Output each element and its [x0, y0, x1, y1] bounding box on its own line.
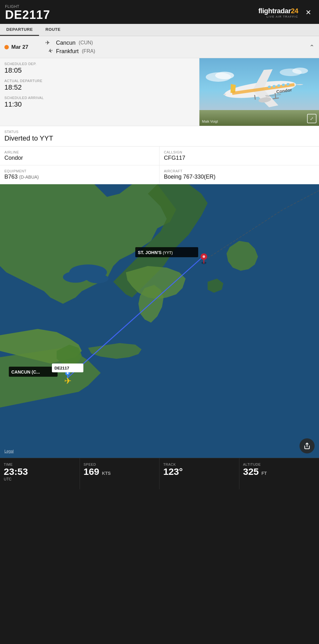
- arrival-icon: ✈: [45, 47, 54, 55]
- expand-image-button[interactable]: ⤢: [307, 114, 316, 123]
- airline-cell: AIRLINE Condor: [0, 147, 160, 165]
- time-unit: UTC: [4, 477, 76, 481]
- map-container[interactable]: ✈ CANCUN (C... DE2117 ST. JOHN'S (YYT) L…: [0, 184, 319, 458]
- svg-text:DE2117: DE2117: [54, 366, 69, 370]
- svg-point-26: [203, 255, 205, 258]
- svg-line-17: [255, 95, 255, 100]
- svg-point-5: [292, 68, 308, 74]
- aircraft-cell: AIRCRAFT Boeing 767-330(ER): [160, 165, 319, 184]
- fr24-logo: flightradar24 LIVE AIR TRAFFIC: [258, 7, 298, 18]
- altitude-label: ALTITUDE: [243, 463, 316, 466]
- track-value: 123°: [163, 467, 235, 476]
- svg-point-23: [63, 271, 88, 283]
- actual-dep-value: 18:52: [4, 83, 195, 92]
- details-section: SCHEDULED DEP. 18:05 ACTUAL DEPARTURE 18…: [0, 58, 319, 126]
- origin-row: ✈ Cancun (CUN): [45, 39, 309, 46]
- svg-rect-1: [199, 110, 319, 126]
- plane-svg: Condor Thomas Cook: [199, 58, 319, 126]
- flight-date: Mar 27: [11, 44, 28, 50]
- equipment-label: EQUIPMENT: [4, 169, 155, 173]
- fr24-logo-text: flightradar24: [258, 7, 298, 15]
- equipment-value: B763 (D-ABUA): [4, 174, 155, 180]
- tab-departure[interactable]: DEPARTURE: [0, 24, 39, 36]
- header: FLIGHT DE2117 flightradar24 LIVE AIR TRA…: [0, 0, 319, 24]
- dest-city: Frankfurt: [56, 48, 79, 55]
- svg-point-24: [87, 274, 109, 283]
- svg-text:CANCUN (C...: CANCUN (C...: [11, 369, 40, 375]
- time-value: 23:53: [4, 467, 76, 476]
- legal-link[interactable]: Legal: [4, 449, 14, 453]
- track-label: TRACK: [163, 463, 235, 466]
- altitude-stat: ALTITUDE 325 FT: [239, 458, 319, 489]
- status-dot: [4, 45, 9, 49]
- speed-value: 169 KTS: [84, 467, 156, 476]
- speed-label: SPEED: [84, 463, 156, 466]
- flight-info: FLIGHT DE2117: [5, 4, 50, 21]
- time-stat: TIME 23:53 UTC: [0, 458, 80, 489]
- dest-row: ✈ Frankfurt (FRA): [45, 48, 309, 55]
- speed-stat: SPEED 169 KTS: [80, 458, 160, 489]
- svg-point-3: [215, 72, 234, 79]
- altitude-value: 325 FT: [243, 467, 316, 476]
- header-right: flightradar24 LIVE AIR TRAFFIC ✕: [258, 7, 314, 18]
- details-left: SCHEDULED DEP. 18:05 ACTUAL DEPARTURE 18…: [0, 58, 199, 126]
- actual-dep-label: ACTUAL DEPARTURE: [4, 79, 195, 83]
- callsign-label: CALLSIGN: [164, 150, 315, 154]
- scheduled-dep-item: SCHEDULED DEP. 18:05: [4, 62, 195, 75]
- scheduled-arr-value: 11:30: [4, 100, 195, 108]
- scheduled-dep-value: 18:05: [4, 66, 195, 75]
- callsign-value: CFG117: [164, 155, 315, 161]
- track-stat: TRACK 123°: [160, 458, 239, 489]
- scheduled-dep-label: SCHEDULED DEP.: [4, 62, 195, 66]
- flight-info-bar: Mar 27 ✈ Cancun (CUN) ✈ Frankfurt (FRA) …: [0, 36, 319, 58]
- photo-credit: Maik Voigt: [202, 119, 218, 123]
- actual-dep-item: ACTUAL DEPARTURE 18:52: [4, 79, 195, 92]
- collapse-button[interactable]: ⌃: [309, 43, 315, 51]
- info-grid: AIRLINE Condor CALLSIGN CFG117 EQUIPMENT…: [0, 147, 319, 184]
- status-row: STATUS Diverted to YYT: [0, 126, 319, 147]
- close-button[interactable]: ✕: [303, 7, 314, 18]
- airline-value: Condor: [4, 155, 155, 161]
- aircraft-value: Boeing 767-330(ER): [164, 174, 315, 180]
- fr24-sub: LIVE AIR TRAFFIC: [266, 15, 298, 18]
- route-info: ✈ Cancun (CUN) ✈ Frankfurt (FRA): [45, 39, 309, 55]
- aircraft-image: Condor Thomas Cook Maik Voigt ⤢: [199, 58, 319, 126]
- status-value: Diverted to YYT: [4, 134, 315, 142]
- date-section: Mar 27: [4, 44, 45, 50]
- status-label: STATUS: [4, 130, 315, 134]
- time-label: TIME: [4, 463, 76, 466]
- scheduled-arr-label: SCHEDULED ARRIVAL: [4, 96, 195, 100]
- aircraft-label: AIRCRAFT: [164, 169, 315, 173]
- flight-map: ✈ CANCUN (C... DE2117 ST. JOHN'S (YYT): [0, 184, 319, 458]
- scheduled-arr-item: SCHEDULED ARRIVAL 11:30: [4, 96, 195, 108]
- svg-point-27: [67, 372, 69, 374]
- equipment-cell: EQUIPMENT B763 (D-ABUA): [0, 165, 160, 184]
- flight-number: DE2117: [5, 9, 50, 21]
- airline-label: AIRLINE: [4, 150, 155, 154]
- origin-city: Cancun: [56, 40, 76, 46]
- origin-code: (CUN): [79, 40, 93, 46]
- callsign-cell: CALLSIGN CFG117: [160, 147, 319, 165]
- aircraft-image-section: Condor Thomas Cook Maik Voigt ⤢: [199, 58, 319, 126]
- svg-text:✈: ✈: [64, 376, 71, 386]
- departure-icon: ✈: [45, 39, 53, 46]
- share-button[interactable]: [299, 438, 315, 453]
- tab-route[interactable]: ROUTE: [39, 24, 67, 36]
- bottom-bar: TIME 23:53 UTC SPEED 169 KTS TRACK 123° …: [0, 458, 319, 489]
- svg-text:ST. JOHN'S (YYT): ST. JOHN'S (YYT): [138, 250, 173, 255]
- dest-code: (FRA): [82, 48, 95, 54]
- tabs-bar: DEPARTURE ROUTE: [0, 24, 319, 36]
